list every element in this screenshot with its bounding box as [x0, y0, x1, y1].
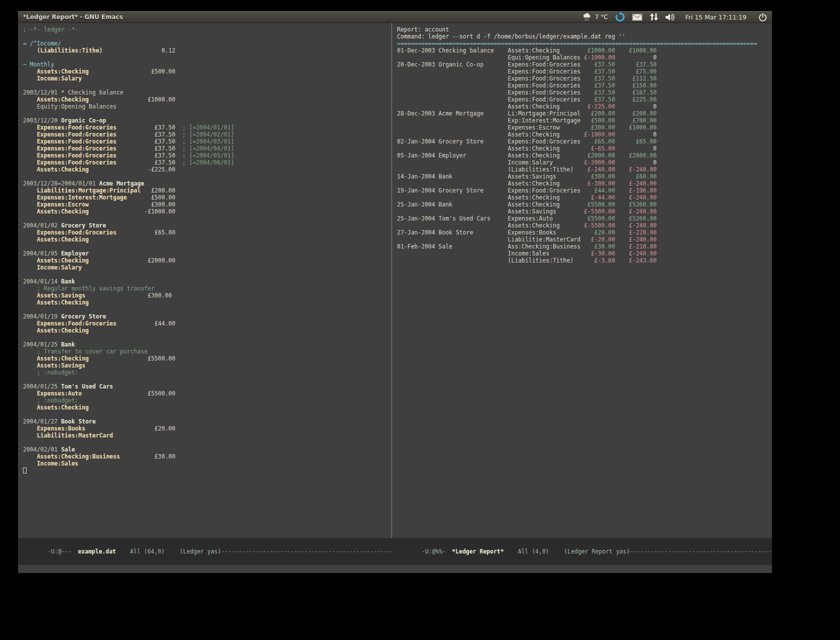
buffer-line: 2004/01/14 Bank: [23, 278, 392, 285]
buffer-line: Expenses:Auto £5500.00: [23, 390, 392, 397]
buffer-line: 2003/12/28=2004/01/01 Acme Mortgage: [23, 180, 392, 187]
register-row: 19-Jan-2004 Grocery StoreExpens:Food:Gro…: [397, 187, 772, 194]
buffer-line: Expenses:Escrow £300.00: [23, 201, 392, 208]
command-label: Command: ledger --sort d -f /home/borbus…: [397, 33, 772, 40]
hollow-cursor: [23, 468, 26, 474]
buffer-line: [23, 243, 392, 250]
register-row: 20-Dec-2003 Organic Co-opExpens:Food:Gro…: [397, 61, 772, 68]
echo-area[interactable]: [18, 565, 772, 573]
register-row: Expens:Food:Groceries£37.50£150.00: [397, 82, 772, 89]
system-tray: 7 °C: [582, 12, 767, 22]
buffer-line: = /^Income/: [23, 40, 392, 47]
register-row: Assets:Checking£-1000.000: [397, 131, 772, 138]
buffer-line: Assets:Checking £5500.00: [23, 355, 392, 362]
clock-label[interactable]: Fri 15 Mar 17:11:19: [686, 14, 746, 21]
buffer-line: Liabilities:Mortgage:Principal £200.00: [23, 187, 392, 194]
buffer-line: 2004/01/19 Grocery Store: [23, 313, 392, 320]
volume-icon[interactable]: [665, 13, 676, 22]
buffer-line: Assets:Checking: [23, 299, 392, 306]
modeline-dashes: ----------------------------------------…: [221, 548, 392, 555]
buffer-line: Expenses:Food:Groceries £37.50 ; [=2004/…: [23, 138, 392, 145]
ledger-file-window[interactable]: ; -*- ledger -*- = /^Income/ (Liabilitie…: [18, 23, 392, 538]
buffer-line: Assets:Checking -£225.00: [23, 166, 392, 173]
buffer-line: Expenses:Interest:Mortgage £500.00: [23, 194, 392, 201]
buffer-line: [23, 215, 392, 222]
buffer-line: ; :nobudget:: [23, 369, 392, 376]
buffer-line: Income:Salary: [23, 264, 392, 271]
buffer-line: Income:Sales: [23, 460, 392, 467]
buffer-line: [23, 82, 392, 89]
register-row: (Liabilities:Tithe)£-240.00£-240.00: [397, 166, 772, 173]
buffer-line: Assets:Checking:Business £30.00: [23, 453, 392, 460]
register-row: 28-Dec-2003 Acme MortgageLi:Mortgage:Pri…: [397, 110, 772, 117]
weather-icon[interactable]: [582, 12, 592, 22]
buffer-line: [23, 173, 392, 180]
register-row: (Liabilities:Tithe)£-3.60£-243.60: [397, 257, 772, 264]
modeline-modes: (Ledger Report yas): [564, 548, 630, 555]
modeline-buffer-name: *Ledger Report*: [452, 548, 504, 555]
buffer-line: 2004/02/01 Sale: [23, 446, 392, 453]
buffer-line: Assets:Checking £2000.00: [23, 257, 392, 264]
buffer-line: [23, 110, 392, 117]
register-row: Liabilitie:MasterCard£-20.00£-240.00: [397, 236, 772, 243]
register-row: Expens:Food:Groceries£37.50£112.50: [397, 75, 772, 82]
buffer-line: [23, 376, 392, 383]
title-bar[interactable]: *Ledger Report* - GNU Emacs 7 °C: [18, 11, 772, 23]
modeline-left[interactable]: -U:@---example.datAll (64,0)(Ledger yas)…: [18, 538, 392, 565]
register-row: 01-Dec-2003 Checking balanceAssets:Check…: [397, 47, 772, 54]
buffer-line: Assets:Checking £500.00: [23, 68, 392, 75]
register-row: Income:Salary£-2000.000: [397, 159, 772, 166]
buffer-line: (Liabilities:Tithe) 0.12: [23, 47, 392, 54]
buffer-line: ; -*- ledger -*-: [23, 26, 392, 33]
register-row: 25-Jan-2004 BankAssets:Checking£5500.00£…: [397, 201, 772, 208]
mail-icon[interactable]: [632, 14, 642, 21]
buffer-line: [23, 467, 392, 474]
register-row: Equi:Opening Balances£-1000.000: [397, 54, 772, 61]
buffer-line: [23, 271, 392, 278]
modeline-right[interactable]: -U:@%%-*Ledger Report*All (4,0)(Ledger R…: [392, 538, 772, 565]
ledger-report-window[interactable]: Report: account Command: ledger --sort d…: [392, 23, 772, 538]
modeline-position: All (64,0): [130, 548, 164, 555]
buffer-line: [23, 306, 392, 313]
buffer-line: 2004/01/27 Book Store: [23, 418, 392, 425]
register-rows: 01-Dec-2003 Checking balanceAssets:Check…: [397, 47, 772, 264]
modeline-position: All (4,0): [518, 548, 549, 555]
buffer-line: Assets:Checking: [23, 404, 392, 411]
refresh-icon[interactable]: [615, 12, 625, 22]
buffer-line: [23, 334, 392, 341]
buffer-line: Liabilities:MasterCard: [23, 432, 392, 439]
register-row: Assets:Checking£-65.000: [397, 145, 772, 152]
buffer-line: Assets:Checking £1000.00: [23, 96, 392, 103]
modeline-flags: -U:@%%-: [422, 548, 446, 555]
register-row: Assets:Checking£-44.00£-240.00: [397, 194, 772, 201]
register-row: Expens:Food:Groceries£37.50£75.00: [397, 68, 772, 75]
network-traffic-icon[interactable]: [650, 12, 658, 22]
buffer-line: Expenses:Food:Groceries £37.50 ; [=2004/…: [23, 159, 392, 166]
power-icon[interactable]: [758, 13, 767, 22]
register-row: Expenses:Escrow£300.00£1000.00: [397, 124, 772, 131]
buffer-line: ; Regular monthly savings transfer: [23, 285, 392, 292]
buffer-line: Expenses:Food:Groceries £37.50 ; [=2004/…: [23, 152, 392, 159]
buffer-line: Assets:Checking -£1000.00: [23, 208, 392, 215]
register-row: Assets:Checking£-225.000: [397, 103, 772, 110]
register-row: 01-Feb-2004 SaleAss:Checking:Business£30…: [397, 243, 772, 250]
register-row: Assets:Savings£-5500.00£-240.00: [397, 208, 772, 215]
temperature-label: 7 °C: [595, 14, 608, 20]
buffer-line: 2004/01/25 Bank: [23, 341, 392, 348]
buffer-line: Assets:Checking: [23, 236, 392, 243]
ledger-buffer: ; -*- ledger -*- = /^Income/ (Liabilitie…: [23, 26, 392, 474]
emacs-frame: ; -*- ledger -*- = /^Income/ (Liabilitie…: [18, 23, 772, 573]
modeline-dashes: ----------------------------------------…: [630, 548, 772, 555]
buffer-line: 2004/01/05 Employer: [23, 250, 392, 257]
desktop-screen: *Ledger Report* - GNU Emacs 7 °C: [18, 11, 772, 573]
buffer-line: Expenses:Food:Groceries £37.50 ; [=2004/…: [23, 124, 392, 131]
buffer-line: Assets:Savings: [23, 362, 392, 369]
buffer-line: Expenses:Books £20.00: [23, 425, 392, 432]
buffer-line: ; :nobudget:: [23, 397, 392, 404]
buffer-line: 2003/12/01 * Checking balance: [23, 89, 392, 96]
register-row: Income:Sales£-30.00£-240.00: [397, 250, 772, 257]
register-row: 25-Jan-2004 Tom's Used CarsExpenses:Auto…: [397, 215, 772, 222]
buffer-line: Assets:Savings £300.00: [23, 292, 392, 299]
register-row: 02-Jan-2004 Grocery StoreExpens:Food:Gro…: [397, 138, 772, 145]
register-row: Expens:Food:Groceries£37.50£187.50: [397, 89, 772, 96]
